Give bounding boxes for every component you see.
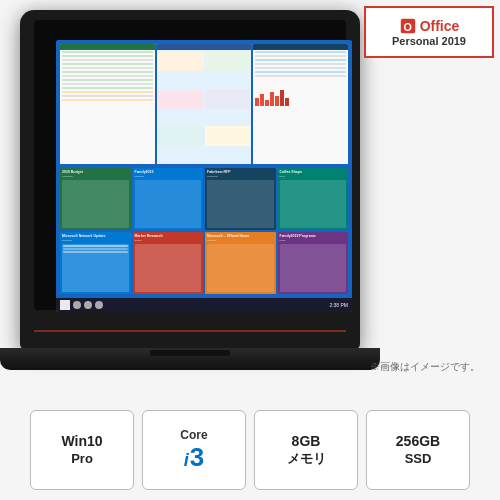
tile-market-title: Market Research bbox=[135, 234, 202, 238]
spec-ssd-label: SSD bbox=[405, 452, 432, 466]
tile-family2: Family2019 Programs Edge bbox=[278, 232, 349, 294]
disclaimer-text: ※画像はイメージです。 bbox=[370, 360, 480, 374]
spec-ssd-amount: 256GB bbox=[396, 434, 440, 449]
word-content bbox=[253, 50, 348, 164]
word-window bbox=[253, 44, 348, 164]
browser-content bbox=[157, 50, 252, 164]
tile-rfp-sub: OneDrive bbox=[207, 175, 274, 178]
tile-family2-sub: Edge bbox=[280, 239, 347, 242]
office-badge: O Office Personal 2019 bbox=[364, 6, 494, 58]
tile-msnetwork: Microsoft Network Update Windows bbox=[60, 232, 131, 294]
spec-badge-core: Core i 3 bbox=[142, 410, 246, 490]
office-label: Office bbox=[420, 18, 460, 34]
tile-market-sub: Report bbox=[135, 239, 202, 242]
chart-bars bbox=[253, 78, 348, 108]
tile-family: Family2019 Kidcamp bbox=[133, 168, 204, 230]
laptop-hinge bbox=[150, 350, 230, 356]
tile-budget: 2019 Budget OneDrive bbox=[60, 168, 131, 230]
tile-rfp-title: Fabrikam RFP bbox=[207, 170, 274, 174]
spec-ram-label: メモリ bbox=[287, 452, 326, 466]
screen-bezel: 2019 Budget OneDrive Family2019 Kidcamp … bbox=[34, 20, 346, 310]
tile-budget-img bbox=[62, 180, 129, 228]
tile-rfp: Fabrikam RFP OneDrive bbox=[205, 168, 276, 230]
start-button bbox=[60, 300, 70, 310]
tile-family2-img bbox=[280, 244, 347, 292]
tile-market: Market Research Report bbox=[133, 232, 204, 294]
office-personal-label: Personal 2019 bbox=[392, 35, 466, 47]
spec-badge-ram: 8GB メモリ bbox=[254, 410, 358, 490]
tile-family-title: Family2019 bbox=[135, 170, 202, 174]
laptop-body: 2019 Budget OneDrive Family2019 Kidcamp … bbox=[20, 10, 360, 350]
tile-rfp-img bbox=[207, 180, 274, 228]
spec-core-label: Core bbox=[180, 429, 207, 442]
taskbar-icon-1 bbox=[73, 301, 81, 309]
tile-family2-title: Family2019 Programs bbox=[280, 234, 347, 238]
tile-ms-home-title: Microsoft – Official Home bbox=[207, 234, 274, 238]
spec-win10-line2: Pro bbox=[71, 452, 93, 466]
office-badge-top: O Office bbox=[399, 17, 460, 35]
open-windows-row bbox=[60, 44, 348, 164]
tile-family-img bbox=[135, 180, 202, 228]
tile-ms-home-img bbox=[207, 244, 274, 292]
taskbar-icon-3 bbox=[95, 301, 103, 309]
windows-tiles-grid: 2019 Budget OneDrive Family2019 Kidcamp … bbox=[60, 168, 348, 294]
tile-budget-sub: OneDrive bbox=[62, 175, 129, 178]
tile-ms-home-sub: IE Edge bbox=[207, 239, 274, 242]
taskbar-icon-2 bbox=[84, 301, 92, 309]
tile-family-sub: Kidcamp bbox=[135, 175, 202, 178]
svg-text:O: O bbox=[403, 21, 411, 33]
laptop-accent-line bbox=[34, 330, 346, 332]
tile-coffee: Coffee Shops Blog bbox=[278, 168, 349, 230]
tile-msnetwork-title: Microsoft Network Update bbox=[62, 234, 129, 238]
taskbar: 2:38 PM bbox=[56, 298, 352, 312]
tile-ms-home: Microsoft – Official Home IE Edge bbox=[205, 232, 276, 294]
spec-core-i3: i 3 bbox=[184, 444, 204, 471]
laptop-base bbox=[0, 348, 380, 370]
tile-coffee-sub: Blog bbox=[280, 175, 347, 178]
spec-ram-amount: 8GB bbox=[292, 434, 321, 449]
spec-core-i-letter: i bbox=[184, 450, 189, 471]
laptop-image: 2019 Budget OneDrive Family2019 Kidcamp … bbox=[20, 10, 360, 400]
spec-badge-ssd: 256GB SSD bbox=[366, 410, 470, 490]
tile-market-img bbox=[135, 244, 202, 292]
excel-content bbox=[60, 50, 155, 164]
spec-badges-container: Win10 Pro Core i 3 8GB メモリ 256GB SSD bbox=[10, 410, 490, 490]
spec-badge-win10: Win10 Pro bbox=[30, 410, 134, 490]
spec-win10-line1: Win10 bbox=[61, 434, 102, 449]
spec-core-num: 3 bbox=[190, 444, 204, 470]
taskbar-time: 2:38 PM bbox=[329, 302, 348, 308]
tile-coffee-img bbox=[280, 180, 347, 228]
tile-coffee-title: Coffee Shops bbox=[280, 170, 347, 174]
screen-area: 2019 Budget OneDrive Family2019 Kidcamp … bbox=[56, 40, 352, 312]
tile-budget-title: 2019 Budget bbox=[62, 170, 129, 174]
browser-window bbox=[157, 44, 252, 164]
excel-window bbox=[60, 44, 155, 164]
office-logo-icon: O bbox=[399, 17, 417, 35]
tile-msnetwork-img bbox=[62, 244, 129, 292]
tile-msnetwork-sub: Windows bbox=[62, 239, 129, 242]
